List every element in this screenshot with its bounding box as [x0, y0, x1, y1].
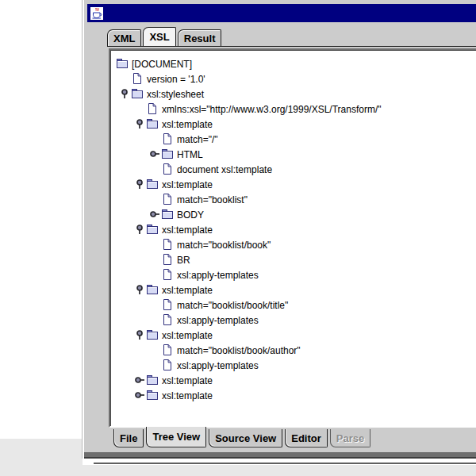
tab-label: XML: [113, 33, 135, 44]
tree-node-label: xsl:template: [162, 119, 213, 130]
tree-node[interactable]: xsl:template: [113, 328, 476, 343]
tree-node-label: version = '1.0': [147, 74, 205, 85]
tree-node-label: xmlns:xsl="http://www.w3.org/1999/XSL/Tr…: [162, 104, 382, 115]
tree-node[interactable]: xsl:apply-templates: [113, 267, 476, 282]
tree-node[interactable]: xsl:template: [113, 222, 476, 237]
expanded-handle-icon[interactable]: [135, 329, 146, 340]
tab-file[interactable]: File: [113, 429, 144, 447]
document-icon: [161, 344, 174, 356]
tab-parse: Parse: [330, 429, 370, 447]
tab-label: XSL: [149, 31, 169, 43]
tree-node-label: xsl:template: [162, 225, 213, 236]
collapsed-handle-icon[interactable]: [150, 209, 161, 220]
folder-icon: [146, 328, 159, 341]
tree-node[interactable]: document xsl:template: [113, 162, 476, 177]
tab-label: Source View: [215, 432, 276, 444]
tree-node-label: match="/": [177, 134, 218, 145]
document-icon: [161, 268, 174, 281]
tab-source-view[interactable]: Source View: [209, 429, 282, 447]
folder-icon: [116, 57, 129, 70]
tab-label: Tree View: [152, 431, 200, 443]
tree-node-label: xsl:stylesheet: [147, 89, 204, 100]
tree-node[interactable]: xsl:template: [113, 177, 476, 192]
expanded-handle-icon[interactable]: [135, 118, 146, 129]
collapsed-handle-icon[interactable]: [135, 390, 146, 401]
document-icon: [161, 193, 174, 205]
document-icon: [161, 298, 174, 311]
tree-node-label: match="booklist/book/author": [177, 345, 301, 356]
tree-node-label: xsl:template: [162, 330, 213, 341]
tab-result[interactable]: Result: [178, 29, 222, 46]
page-bottom-strip: [0, 465, 476, 476]
tree-node-label: BR: [177, 255, 190, 266]
expanded-handle-icon[interactable]: [135, 284, 146, 295]
folder-icon: [146, 178, 159, 190]
app-window: XMLXSLResult [DOCUMENT]version = '1.0'xs…: [83, 0, 476, 459]
document-icon: [161, 313, 174, 326]
window-shadow-line: [94, 463, 476, 464]
tree-node-label: xsl:template: [162, 375, 213, 386]
tree-node-label: match="booklist": [177, 194, 248, 205]
tab-tree-view[interactable]: Tree View: [146, 427, 206, 447]
tree-node[interactable]: BR: [113, 252, 476, 267]
tab-label: Result: [184, 33, 216, 44]
tree-node[interactable]: xsl:template: [113, 388, 476, 403]
folder-icon: [161, 208, 174, 221]
collapsed-handle-icon[interactable]: [135, 374, 146, 386]
tree-node[interactable]: match="/": [113, 132, 476, 147]
tab-label: File: [120, 432, 137, 444]
tree-node-label: document xsl:template: [177, 164, 272, 175]
top-tab-strip: XMLXSLResult: [107, 29, 223, 46]
folder-icon: [146, 374, 159, 386]
tree-node[interactable]: version = '1.0': [113, 71, 476, 86]
tree-node[interactable]: xsl:stylesheet: [113, 86, 476, 102]
tree-node-label: xsl:template: [162, 285, 213, 296]
tree-node[interactable]: match="booklist/book/author": [113, 343, 476, 358]
tree-node[interactable]: xmlns:xsl="http://www.w3.org/1999/XSL/Tr…: [113, 102, 476, 117]
document-icon: [131, 72, 144, 85]
tree-node[interactable]: match="booklist/book/title": [113, 298, 476, 313]
expanded-handle-icon[interactable]: [135, 178, 146, 190]
folder-icon: [146, 283, 159, 296]
tree-node[interactable]: BODY: [113, 207, 476, 222]
tree-node-label: xsl:template: [162, 179, 213, 190]
expanded-handle-icon[interactable]: [120, 88, 131, 99]
document-icon: [161, 253, 174, 266]
tree-node-label: match="booklist/book": [177, 240, 271, 251]
tree-node[interactable]: match="booklist/book": [113, 237, 476, 252]
tree-node[interactable]: xsl:template: [113, 282, 476, 298]
folder-icon: [146, 223, 159, 236]
tree-node-label: match="booklist/book/title": [177, 300, 288, 311]
tree-node-label: HTML: [177, 149, 203, 160]
tree-node-label: xsl:apply-templates: [177, 315, 259, 326]
bottom-tab-strip: FileTree ViewSource ViewEditorParse: [113, 429, 373, 451]
document-icon: [161, 359, 174, 371]
title-bar[interactable]: [87, 4, 476, 22]
tab-editor[interactable]: Editor: [285, 429, 328, 447]
collapsed-handle-icon[interactable]: [150, 148, 161, 159]
window-bottom-edge: [84, 452, 476, 459]
tab-label: Parse: [336, 432, 364, 444]
tree-node-label: xsl:apply-templates: [177, 360, 259, 371]
folder-icon: [131, 87, 144, 100]
tree-scroll-panel[interactable]: [DOCUMENT]version = '1.0'xsl:stylesheetx…: [109, 48, 476, 428]
tree-node[interactable]: xsl:apply-templates: [113, 313, 476, 328]
tree-node[interactable]: xsl:template: [113, 373, 476, 388]
folder-icon: [146, 389, 159, 401]
tree-node[interactable]: HTML: [113, 147, 476, 162]
tree-node[interactable]: xsl:template: [113, 117, 476, 132]
tab-xsl[interactable]: XSL: [143, 27, 175, 46]
folder-icon: [161, 148, 174, 160]
document-icon: [161, 163, 174, 175]
tab-content-pane: [DOCUMENT]version = '1.0'xsl:stylesheetx…: [107, 46, 476, 429]
tab-xml[interactable]: XML: [107, 29, 141, 46]
tab-label: Editor: [291, 432, 321, 444]
tree-node[interactable]: match="booklist": [113, 192, 476, 207]
expanded-handle-icon[interactable]: [135, 224, 146, 235]
java-cup-icon: [90, 7, 103, 20]
tree-node-label: xsl:apply-templates: [177, 270, 259, 281]
tree-node[interactable]: xsl:apply-templates: [113, 358, 476, 373]
document-icon: [146, 102, 159, 115]
tree-node[interactable]: [DOCUMENT]: [113, 56, 476, 71]
document-icon: [161, 238, 174, 251]
